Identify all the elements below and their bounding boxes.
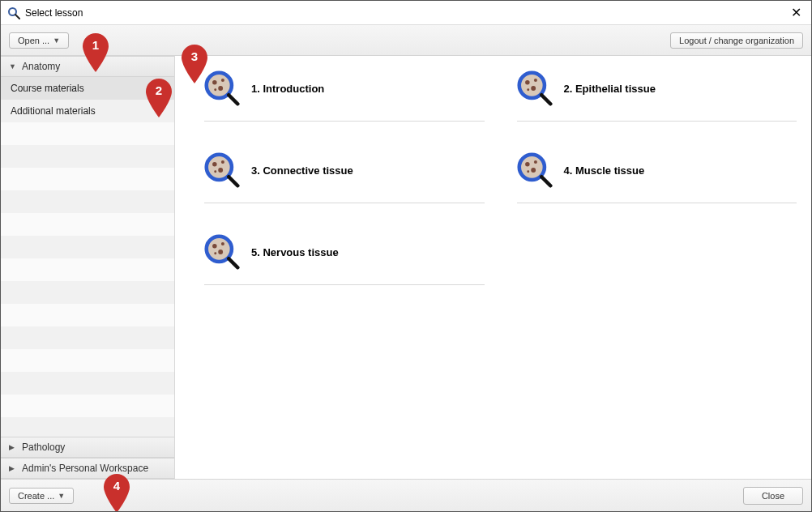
lesson-card-connective[interactable]: 3. Connective tissue	[204, 146, 485, 203]
lesson-content: 1. Introduction 2. Epithelial tissue 3. …	[175, 56, 811, 479]
list-item	[1, 372, 174, 395]
svg-point-6	[214, 88, 216, 91]
svg-line-7	[229, 95, 237, 104]
lesson-title: 5. Nervous tissue	[251, 246, 339, 258]
titlebar: Select lesson ✕	[1, 1, 811, 25]
main-area: ▼ Anatomy Course materials Additional ma…	[1, 56, 811, 479]
chevron-right-icon: ▶	[9, 464, 17, 472]
svg-point-18	[214, 170, 216, 173]
lesson-title: 2. Epithelial tissue	[564, 83, 656, 95]
list-item	[1, 213, 174, 236]
sidebar-section-personal-workspace[interactable]: ▶ Admin's Personal Workspace	[1, 458, 174, 479]
lesson-magnifier-icon	[204, 70, 240, 106]
list-item	[1, 304, 174, 326]
lesson-title: 1. Introduction	[251, 83, 324, 95]
lesson-magnifier-icon	[204, 234, 240, 270]
svg-point-29	[218, 250, 223, 254]
list-item	[1, 349, 174, 372]
svg-point-27	[212, 244, 217, 249]
sidebar-section-personal-workspace-label: Admin's Personal Workspace	[22, 463, 148, 474]
svg-point-12	[527, 88, 529, 91]
svg-point-17	[218, 168, 223, 173]
lesson-card-muscle[interactable]: 4. Muscle tissue	[517, 146, 797, 203]
svg-point-3	[212, 80, 217, 85]
open-button[interactable]: Open ... ▼	[9, 32, 69, 49]
caret-down-icon: ▼	[58, 492, 65, 500]
svg-point-16	[221, 160, 224, 164]
svg-point-28	[221, 242, 224, 245]
svg-point-30	[214, 252, 216, 254]
svg-point-23	[531, 168, 536, 173]
create-button[interactable]: Create ... ▼	[9, 488, 74, 504]
sidebar-section-anatomy-label: Anatomy	[22, 61, 60, 72]
svg-point-9	[525, 80, 530, 85]
svg-line-1	[15, 15, 19, 19]
lesson-magnifier-icon	[204, 152, 240, 188]
list-item	[1, 417, 174, 437]
svg-line-13	[541, 95, 550, 104]
chevron-down-icon: ▼	[9, 62, 17, 70]
lesson-card-introduction[interactable]: 1. Introduction	[204, 64, 485, 122]
sidebar-section-pathology-label: Pathology	[22, 442, 65, 453]
svg-line-19	[229, 177, 237, 186]
lesson-magnifier-icon	[517, 70, 553, 106]
close-button[interactable]: Close	[743, 487, 803, 505]
list-item	[1, 190, 174, 213]
create-button-label: Create ...	[18, 491, 54, 501]
sidebar-section-anatomy[interactable]: ▼ Anatomy	[1, 56, 174, 77]
app-magnifier-icon	[7, 6, 20, 19]
caret-down-icon: ▼	[53, 36, 60, 45]
window-close-button[interactable]: ✕	[788, 5, 805, 20]
svg-point-5	[218, 86, 223, 91]
toolbar: Open ... ▼ Logout / change organization	[1, 25, 811, 56]
sidebar-item-label: Course materials	[11, 83, 84, 94]
sidebar-item-course-materials[interactable]: Course materials	[1, 77, 174, 100]
sidebar-item-additional-materials[interactable]: Additional materials	[1, 100, 174, 122]
svg-point-22	[533, 160, 536, 164]
svg-point-10	[533, 79, 536, 82]
open-button-label: Open ...	[18, 36, 49, 45]
window-title: Select lesson	[25, 7, 788, 19]
sidebar-item-label: Additional materials	[11, 105, 96, 117]
list-item	[1, 236, 174, 258]
list-item	[1, 122, 174, 145]
lesson-card-nervous[interactable]: 5. Nervous tissue	[204, 228, 485, 285]
lesson-magnifier-icon	[517, 152, 553, 188]
footer: Create ... ▼ Close	[1, 479, 811, 511]
lesson-title: 3. Connective tissue	[251, 164, 353, 177]
svg-point-21	[525, 162, 530, 167]
svg-point-15	[212, 162, 217, 167]
svg-point-4	[221, 79, 224, 82]
list-item	[1, 326, 174, 349]
list-item	[1, 145, 174, 168]
sidebar-section-anatomy-body: Course materials Additional materials	[1, 77, 174, 437]
close-button-label: Close	[762, 491, 784, 501]
list-item	[1, 258, 174, 281]
logout-button-label: Logout / change organization	[679, 36, 794, 45]
lesson-title: 4. Muscle tissue	[564, 164, 645, 177]
list-item	[1, 395, 174, 417]
lesson-card-epithelial[interactable]: 2. Epithelial tissue	[517, 64, 797, 122]
list-item	[1, 168, 174, 190]
sidebar: ▼ Anatomy Course materials Additional ma…	[1, 56, 175, 479]
svg-point-11	[531, 86, 536, 91]
svg-line-31	[229, 258, 237, 267]
sidebar-section-pathology[interactable]: ▶ Pathology	[1, 437, 174, 458]
svg-point-24	[527, 170, 529, 173]
chevron-right-icon: ▶	[9, 443, 17, 451]
svg-line-25	[541, 177, 550, 186]
list-item	[1, 281, 174, 304]
logout-button[interactable]: Logout / change organization	[670, 32, 803, 49]
